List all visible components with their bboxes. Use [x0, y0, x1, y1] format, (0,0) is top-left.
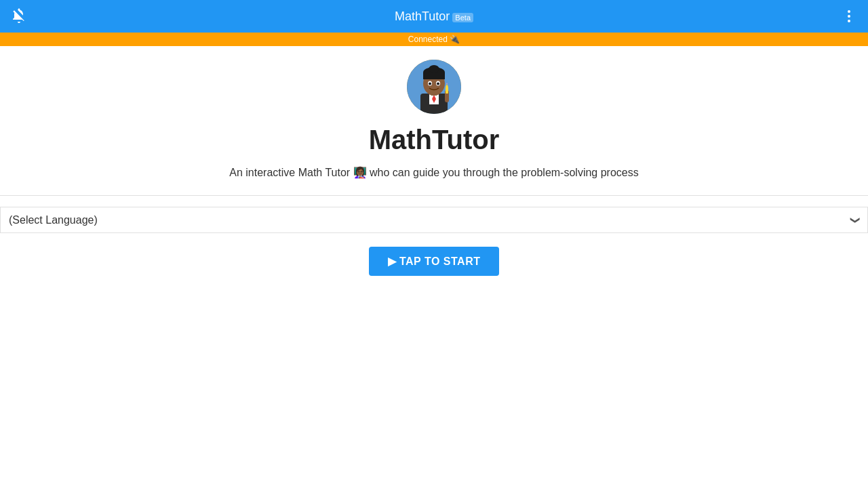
tap-to-start-button[interactable]: ▶ TAP TO START [369, 247, 500, 276]
language-select-wrapper: (Select Language) English Spanish French… [0, 207, 868, 233]
more-vert-icon[interactable] [838, 5, 860, 27]
app-title: MathTutor [369, 125, 500, 155]
beta-badge: Beta [452, 13, 473, 22]
notifications-off-icon[interactable] [8, 5, 30, 27]
svg-point-2 [848, 20, 850, 22]
topbar: MathTutor Beta [0, 0, 868, 33]
main-content: MathTutor An interactive Math Tutor 👩🏾‍🏫… [0, 46, 868, 276]
svg-rect-10 [423, 73, 445, 79]
svg-point-11 [429, 65, 439, 73]
topbar-title: MathTutor Beta [395, 9, 473, 24]
connected-text: Connected 🔌 [408, 35, 460, 44]
svg-point-15 [437, 83, 439, 85]
svg-rect-17 [446, 87, 448, 94]
app-description: An interactive Math Tutor 👩🏾‍🏫 who can g… [216, 166, 652, 179]
svg-point-0 [848, 10, 850, 13]
language-select[interactable]: (Select Language) English Spanish French… [0, 207, 868, 233]
app-name-header: MathTutor [395, 9, 450, 24]
svg-point-1 [848, 15, 850, 18]
divider [0, 195, 868, 196]
select-container: (Select Language) English Spanish French… [0, 207, 868, 233]
svg-point-14 [429, 83, 431, 85]
avatar [407, 60, 461, 114]
connected-status-bar: Connected 🔌 [0, 33, 868, 46]
